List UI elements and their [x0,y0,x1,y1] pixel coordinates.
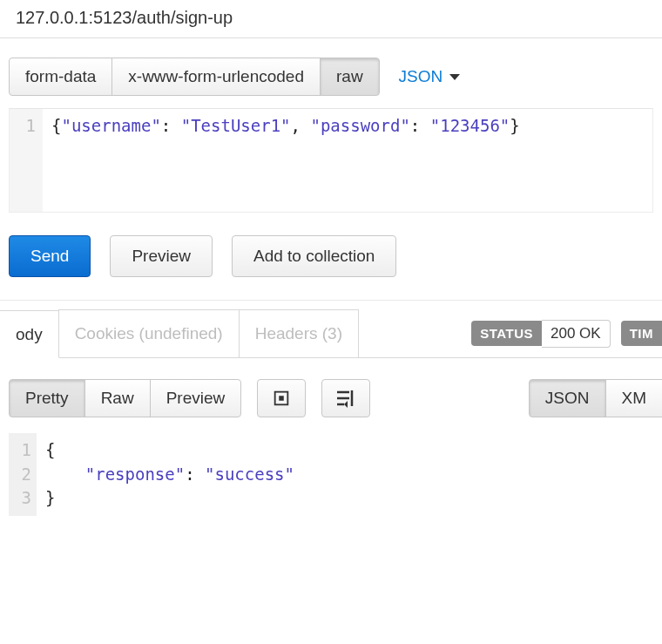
response-body-code: { "response": "success"} [37,433,303,516]
lang-tabs: JSON XM [529,379,662,417]
svg-marker-6 [344,401,348,408]
svg-rect-1 [279,396,284,401]
body-type-row: form-data x-www-form-urlencoded raw JSON [0,38,662,108]
tab-xml[interactable]: XM [605,379,663,417]
tab-form-data[interactable]: form-data [9,58,112,96]
fullscreen-icon [272,389,291,408]
wrap-lines-button[interactable] [321,379,370,417]
status-value: 200 OK [542,320,611,348]
response-body-gutter: 123 [9,433,37,516]
caret-down-icon [449,74,460,80]
body-type-tabs: form-data x-www-form-urlencoded raw [9,58,380,96]
action-row: Send Preview Add to collection [0,213,662,301]
response-status-area: STATUS 200 OK TIM [471,309,662,357]
tab-raw[interactable]: raw [320,58,380,96]
content-type-dropdown[interactable]: JSON [399,67,461,86]
add-to-collection-button[interactable]: Add to collection [232,235,396,277]
content-type-label: JSON [399,67,443,86]
tab-raw-response[interactable]: Raw [84,379,151,417]
tab-body[interactable]: ody [0,310,59,358]
status-label: STATUS [471,321,542,346]
preview-button[interactable]: Preview [110,235,213,277]
tab-headers[interactable]: Headers (3) [239,309,359,357]
tab-cookies[interactable]: Cookies (undefined) [58,309,240,357]
status-group: STATUS 200 OK [471,320,610,348]
request-body-editor[interactable]: 1 {"username": "TestUser1", "password": … [9,108,653,213]
tab-preview-response[interactable]: Preview [150,379,242,417]
response-tabs: ody Cookies (undefined) Headers (3) STAT… [0,309,662,358]
tab-pretty[interactable]: Pretty [9,379,85,417]
tab-json[interactable]: JSON [529,379,606,417]
send-button[interactable]: Send [9,235,91,277]
wrap-lines-icon [335,389,356,408]
time-label: TIM [621,321,662,346]
url-input[interactable] [14,7,648,29]
request-body-code[interactable]: {"username": "TestUser1", "password": "1… [43,109,529,212]
format-tabs: Pretty Raw Preview [9,379,241,417]
response-body-editor: 123 { "response": "success"} [9,433,653,516]
request-body-gutter: 1 [10,109,43,212]
tab-x-www-form-urlencoded[interactable]: x-www-form-urlencoded [111,58,321,96]
format-row: Pretty Raw Preview JSON XM [0,358,662,428]
url-bar [0,0,662,38]
fullscreen-button[interactable] [257,379,306,417]
